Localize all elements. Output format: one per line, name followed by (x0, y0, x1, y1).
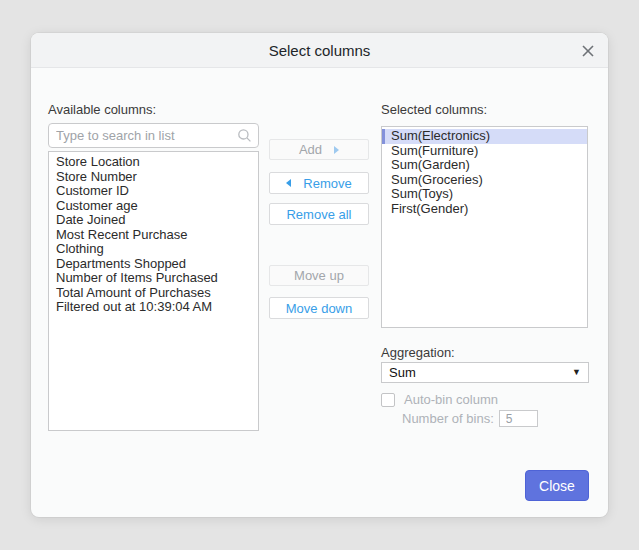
close-button[interactable]: Close (525, 470, 589, 501)
remove-all-button-label: Remove all (286, 207, 351, 222)
aggregation-select[interactable]: Sum ▼ (381, 362, 589, 383)
available-list-item[interactable]: Total Amount of Purchases (49, 286, 258, 301)
move-up-button-label: Move up (294, 268, 344, 283)
dialog-title: Select columns (31, 33, 608, 68)
available-list-item[interactable]: Departments Shopped (49, 257, 258, 272)
available-list-item[interactable]: Filtered out at 10:39:04 AM (49, 300, 258, 315)
available-list-item[interactable]: Store Number (49, 170, 258, 185)
available-columns-label: Available columns: (48, 102, 156, 117)
number-of-bins-input[interactable] (499, 410, 538, 427)
arrow-right-icon (334, 146, 339, 154)
selected-list-item[interactable]: Sum(Groceries) (382, 173, 587, 188)
move-down-button[interactable]: Move down (269, 297, 369, 319)
search-box (48, 123, 259, 148)
available-list-item[interactable]: Clothing (49, 242, 258, 257)
add-button[interactable]: Add (269, 139, 369, 160)
remove-button-label: Remove (303, 176, 351, 191)
selected-list-item[interactable]: First(Gender) (382, 202, 587, 217)
aggregation-value: Sum (389, 365, 416, 380)
dialog-close-button[interactable] (579, 42, 597, 60)
available-list-item[interactable]: Date Joined (49, 213, 258, 228)
search-icon (237, 128, 252, 143)
available-list: Store LocationStore NumberCustomer IDCus… (48, 151, 259, 431)
chevron-down-icon: ▼ (572, 368, 581, 377)
add-button-label: Add (299, 142, 322, 157)
selected-list-item[interactable]: Sum(Garden) (382, 158, 587, 173)
move-up-button[interactable]: Move up (269, 265, 369, 286)
remove-button[interactable]: Remove (269, 172, 369, 194)
search-input[interactable] (48, 123, 259, 148)
select-columns-dialog: Select columns Available columns: Store … (31, 33, 608, 517)
selected-list-item[interactable]: Sum(Furniture) (382, 144, 587, 159)
selected-columns-label: Selected columns: (381, 102, 487, 117)
available-list-item[interactable]: Store Location (49, 155, 258, 170)
selected-list: Sum(Electronics)Sum(Furniture)Sum(Garden… (381, 126, 588, 328)
dialog-header: Select columns (31, 33, 608, 68)
available-list-item[interactable]: Customer ID (49, 184, 258, 199)
x-icon (581, 44, 595, 58)
selected-list-item[interactable]: Sum(Toys) (382, 187, 587, 202)
arrow-left-icon (286, 179, 291, 187)
aggregation-label: Aggregation: (381, 345, 455, 360)
available-list-item[interactable]: Most Recent Purchase (49, 228, 258, 243)
move-down-button-label: Move down (286, 301, 352, 316)
remove-all-button[interactable]: Remove all (269, 203, 369, 225)
number-of-bins-label: Number of bins: (402, 411, 494, 426)
available-list-item[interactable]: Customer age (49, 199, 258, 214)
auto-bin-label: Auto-bin column (404, 392, 498, 407)
auto-bin-checkbox[interactable] (381, 393, 395, 407)
available-list-item[interactable]: Number of Items Purchased (49, 271, 258, 286)
selected-list-item[interactable]: Sum(Electronics) (382, 129, 587, 144)
